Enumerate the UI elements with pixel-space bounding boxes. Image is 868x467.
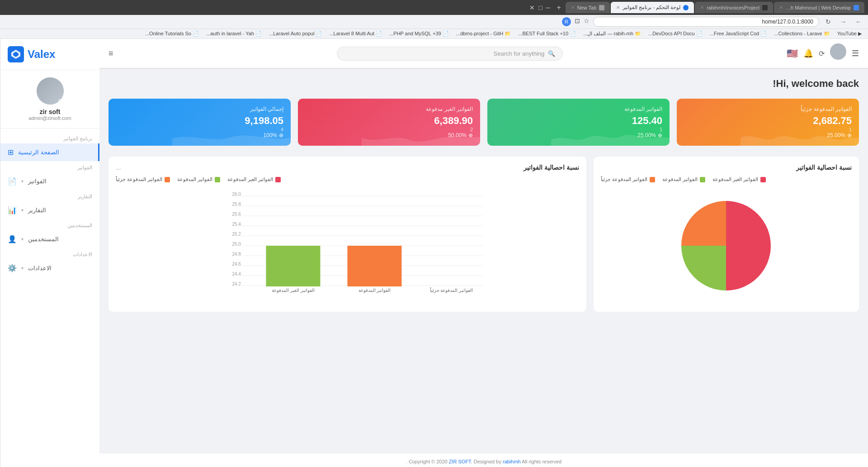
tab-2[interactable]: rabihmh/invoicesProject ✕ [695, 2, 773, 13]
bookmark-auth[interactable]: 📄 auth in laravel - Yah... [203, 30, 264, 38]
new-tab-button[interactable]: + [553, 2, 564, 13]
stat-value-total: 9,198.05 [116, 115, 283, 127]
nav-item-invoices[interactable]: الفواتير ▾ 📄 [0, 172, 99, 190]
header-left: ☰ ⟳ 🔔 🇺🇸 [787, 43, 859, 63]
tab-4[interactable]: New Tab ✕ [566, 2, 610, 13]
bar-legend-partial: الفواتير المدفوعة جزئياً [116, 176, 170, 182]
close-window-button[interactable]: ✕ [529, 4, 535, 11]
search-placeholder[interactable]: Search for anything [494, 50, 545, 57]
search-bar: 🔍 Search for anything [337, 47, 563, 61]
footer-designed-by: Designed by [474, 459, 501, 464]
nav-icon-users: 👤 [8, 235, 17, 243]
reload-button[interactable]: ↻ [823, 17, 834, 26]
app-container: ☰ ⟳ 🔔 🇺🇸 🔍 Search for anything ≡ Hi, wel… [0, 39, 868, 467]
wave-pink [362, 130, 481, 146]
tab-3-active[interactable]: لوحة التحكم - برنامج الفواتير ✕ [611, 2, 694, 13]
wave-green [551, 130, 670, 146]
stat-card-total: إجمالي الفواتير 9,198.05 4 ⊕ 100% [108, 99, 291, 146]
bookmark-laravelpopul[interactable]: 📄 Laravel Auto popul... [266, 30, 325, 38]
content-area: ☰ ⟳ 🔔 🇺🇸 🔍 Search for anything ≡ Hi, wel… [99, 39, 868, 467]
legend-dot-unpaid [760, 177, 766, 182]
stat-title-unpaid: الفواتير الغير مدفوعة [305, 106, 473, 112]
bookmark-tutorials[interactable]: 📄 Online Tutorials So... [142, 30, 202, 38]
nav-label-settings: الاعدادات [28, 265, 52, 272]
bar-legend-dot-partial [165, 177, 170, 182]
address-bar-row: ← → ↻ 127.0.0.1:8000/home ☆ ⊡ R [0, 15, 868, 29]
stat-value-paid: 125.40 [495, 115, 662, 127]
bar-chart-container: 26.0 25.8 25.6 25.4 25.2 25.0 24.8 24.6 … [116, 187, 579, 297]
footer-brand-link[interactable]: ZIR SOFT [449, 459, 471, 464]
user-avatar [37, 77, 64, 105]
bar-chart-card: نسبة احصالية الفواتير ... الفواتير الغير… [108, 157, 586, 312]
extensions-icon[interactable]: ⊡ [575, 17, 580, 26]
footer-copyright: Copyright © 2020 [409, 459, 448, 464]
stat-title-paid: الفواتير المدفوعة [495, 106, 662, 112]
bookmark-js[interactable]: 📄 Free JavaScript Cod... [707, 30, 770, 38]
nav-item-home[interactable]: الصفحة الرئيسية ⊞ [0, 143, 99, 161]
notification-icon[interactable]: 🔔 [803, 48, 813, 58]
nav-item-users[interactable]: المستخدمين ▾ 👤 [0, 230, 99, 248]
reload-page-icon[interactable]: ⟳ [819, 49, 825, 58]
star-icon[interactable]: ☆ [584, 17, 590, 26]
top-header: ☰ ⟳ 🔔 🇺🇸 🔍 Search for anything ≡ [99, 39, 868, 68]
bookmark-dbms[interactable]: 📁 dbms-project - GitH... [453, 30, 514, 38]
bookmark-laravel8[interactable]: 📄 Laravel 8 Multi Aut... [326, 30, 385, 38]
nav-icon-home: ⊞ [8, 148, 14, 157]
nav-chevron-invoices: ▾ [21, 179, 24, 184]
nav-chevron-reports: ▾ [21, 208, 24, 213]
nav-label-reports: التقارير [28, 207, 46, 214]
browser-tabs: Rabih Mahmoud | Web Develop... ✕ rabihmh… [553, 2, 864, 13]
stat-card-unpaid: الفواتير الغير مدفوعة 6,389.90 2 ⊕ 50.00… [298, 99, 480, 146]
pie-chart-card: نسبة احصالية الفواتير الفواتير الغير الم… [594, 157, 859, 312]
tab-2-close[interactable]: ✕ [700, 5, 704, 10]
legend-dot-partial [650, 177, 655, 182]
nav-section-title-fawateer: الفواتير [0, 161, 99, 172]
user-email: admin@zirsoft.com [8, 115, 92, 121]
tab-4-close[interactable]: ✕ [571, 5, 575, 10]
nav-item-reports[interactable]: التقارير ▾ 📊 [0, 201, 99, 219]
nav-item-settings[interactable]: الاعدادات ▾ ⚙️ [0, 259, 99, 277]
bookmark-devdocs[interactable]: 📄 DevDocs API Docu... [646, 30, 705, 38]
legend-item-unpaid: الفواتير الغير المدفوعة [712, 176, 766, 182]
menu-lines-icon[interactable]: ≡ [108, 49, 113, 58]
stats-row: الفواتير المدفوعة جزئياً 2,682.75 1 ⊕ 25… [108, 99, 859, 146]
main-content: Hi, welcome back! الفواتير المدفوعة جزئي… [99, 69, 868, 453]
tab-3-close[interactable]: ✕ [616, 5, 620, 10]
nav-section-title-invoices: برنامج الفواتير [0, 132, 99, 143]
address-input[interactable]: 127.0.0.1:8000/home [593, 17, 819, 27]
stat-card-partial: الفواتير المدفوعة جزئياً 2,682.75 1 ⊕ 25… [677, 99, 859, 146]
tab-1-close[interactable]: ✕ [779, 5, 783, 10]
profile-icon[interactable]: R [562, 17, 571, 26]
bookmark-youtube[interactable]: ▶ YouTube [835, 30, 864, 38]
restore-button[interactable]: □ [538, 4, 542, 11]
nav-icon-reports: 📊 [8, 206, 17, 214]
bar-legend-dot-paid [215, 177, 220, 182]
nav-label-home: الصفحة الرئيسية [18, 149, 59, 156]
nav-icon-settings: ⚙️ [8, 264, 17, 272]
bar-paid [347, 246, 401, 286]
welcome-text: Hi, welcome back! [108, 78, 859, 90]
footer-designer-link[interactable]: rabihmh [503, 459, 521, 464]
header-avatar [830, 43, 846, 60]
nav-section-title-users: المستخدمين [0, 219, 99, 230]
hamburger-icon[interactable]: ☰ [852, 48, 859, 58]
bar-chart-svg: 26.0 25.8 25.6 25.4 25.2 25.0 24.8 24.6 … [116, 187, 579, 295]
sidebar-logo: Valex [0, 39, 99, 70]
svg-text:الفواتير المدفوعة: الفواتير المدفوعة [359, 288, 391, 293]
stat-title-total: إجمالي الفواتير [116, 106, 283, 112]
sidebar: Valex zir soft admin@zirsoft.com برنامج … [0, 39, 99, 467]
back-button[interactable]: ← [853, 17, 864, 26]
minimize-button[interactable]: ─ [546, 4, 550, 11]
search-icon: 🔍 [548, 50, 555, 57]
browser-chrome: Rabih Mahmoud | Web Develop... ✕ rabihmh… [0, 0, 868, 15]
nav-chevron-settings: ▾ [21, 266, 24, 271]
tab-1[interactable]: Rabih Mahmoud | Web Develop... ✕ [774, 2, 864, 13]
bar-legend-paid: الفواتير المدفوعة [177, 176, 220, 182]
bar-chart-title: نسبة احصالية الفواتير [524, 164, 579, 171]
bookmark-bestfull[interactable]: 📄 10+ BEST Full Stack... [515, 30, 579, 38]
bookmark-rabih[interactable]: 📁 rabih-mh — الملف ال... [580, 30, 644, 38]
bar-chart-more[interactable]: ... [116, 164, 121, 171]
bookmark-php[interactable]: 📄 39+ PHP and MySQL... [387, 30, 452, 38]
bookmark-collections[interactable]: 📁 Collections - Larave... [771, 30, 832, 38]
forward-button[interactable]: → [837, 17, 849, 26]
